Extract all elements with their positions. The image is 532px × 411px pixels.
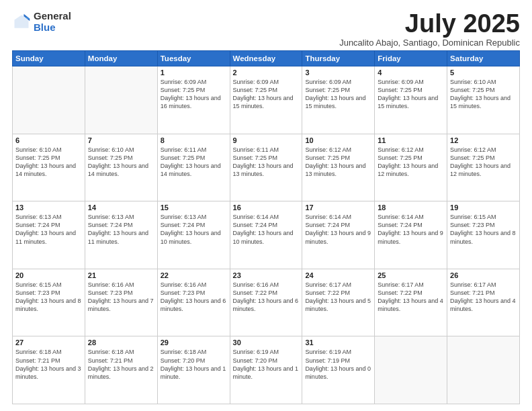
table-row: 3Sunrise: 6:09 AM Sunset: 7:25 PM Daylig… (302, 66, 375, 134)
day-number: 6 (15, 136, 82, 144)
day-number: 29 (161, 338, 227, 347)
day-info: Sunrise: 6:19 AM Sunset: 7:20 PM Dayligh… (233, 348, 300, 381)
day-info: Sunrise: 6:18 AM Sunset: 7:21 PM Dayligh… (88, 348, 154, 381)
day-number: 16 (233, 203, 300, 212)
logo-blue-text: Blue (34, 22, 71, 34)
table-row: 29Sunrise: 6:18 AM Sunset: 7:20 PM Dayli… (157, 336, 230, 404)
table-row: 26Sunrise: 6:17 AM Sunset: 7:21 PM Dayli… (447, 269, 520, 336)
day-info: Sunrise: 6:13 AM Sunset: 7:24 PM Dayligh… (15, 213, 82, 246)
day-number: 28 (88, 338, 154, 347)
title-section: July 2025 Juncalito Abajo, Santiago, Dom… (339, 11, 520, 48)
day-number: 22 (161, 271, 227, 279)
day-info: Sunrise: 6:17 AM Sunset: 7:22 PM Dayligh… (305, 281, 371, 314)
day-number: 31 (305, 338, 371, 347)
day-number: 10 (305, 136, 371, 144)
table-row: 30Sunrise: 6:19 AM Sunset: 7:20 PM Dayli… (230, 336, 302, 404)
day-number: 13 (15, 203, 82, 212)
day-info: Sunrise: 6:10 AM Sunset: 7:25 PM Dayligh… (450, 78, 517, 111)
table-row: 10Sunrise: 6:12 AM Sunset: 7:25 PM Dayli… (302, 134, 375, 201)
day-number: 2 (233, 68, 300, 77)
table-row: 17Sunrise: 6:14 AM Sunset: 7:24 PM Dayli… (302, 201, 375, 269)
day-info: Sunrise: 6:15 AM Sunset: 7:23 PM Dayligh… (15, 281, 82, 314)
col-saturday: Saturday (447, 51, 520, 66)
calendar-week-row: 13Sunrise: 6:13 AM Sunset: 7:24 PM Dayli… (13, 201, 520, 269)
day-number: 21 (88, 271, 154, 279)
day-number: 9 (233, 136, 300, 144)
logo-icon (12, 13, 31, 32)
day-number: 30 (233, 338, 300, 347)
location-subtitle: Juncalito Abajo, Santiago, Dominican Rep… (339, 38, 520, 48)
table-row: 14Sunrise: 6:13 AM Sunset: 7:24 PM Dayli… (85, 201, 157, 269)
day-info: Sunrise: 6:17 AM Sunset: 7:22 PM Dayligh… (378, 281, 444, 314)
day-number: 18 (378, 203, 444, 212)
day-info: Sunrise: 6:14 AM Sunset: 7:24 PM Dayligh… (305, 213, 371, 246)
table-row: 24Sunrise: 6:17 AM Sunset: 7:22 PM Dayli… (302, 269, 375, 336)
day-info: Sunrise: 6:12 AM Sunset: 7:25 PM Dayligh… (378, 146, 444, 179)
col-sunday: Sunday (13, 51, 85, 66)
day-number: 24 (305, 271, 371, 279)
calendar-week-row: 20Sunrise: 6:15 AM Sunset: 7:23 PM Dayli… (13, 269, 520, 336)
table-row: 5Sunrise: 6:10 AM Sunset: 7:25 PM Daylig… (447, 66, 520, 134)
table-row (85, 66, 157, 134)
header: General Blue July 2025 Juncalito Abajo, … (12, 11, 520, 48)
day-info: Sunrise: 6:09 AM Sunset: 7:25 PM Dayligh… (233, 78, 300, 111)
day-info: Sunrise: 6:18 AM Sunset: 7:21 PM Dayligh… (15, 348, 82, 381)
table-row: 4Sunrise: 6:09 AM Sunset: 7:25 PM Daylig… (375, 66, 447, 134)
day-info: Sunrise: 6:19 AM Sunset: 7:19 PM Dayligh… (305, 348, 371, 381)
table-row: 9Sunrise: 6:11 AM Sunset: 7:25 PM Daylig… (230, 134, 302, 201)
day-number: 26 (450, 271, 517, 279)
table-row: 12Sunrise: 6:12 AM Sunset: 7:25 PM Dayli… (447, 134, 520, 201)
table-row: 16Sunrise: 6:14 AM Sunset: 7:24 PM Dayli… (230, 201, 302, 269)
logo-text: General Blue (34, 11, 71, 33)
calendar-header-row: Sunday Monday Tuesday Wednesday Thursday… (13, 51, 520, 66)
day-number: 5 (450, 68, 517, 77)
day-number: 25 (378, 271, 444, 279)
table-row: 15Sunrise: 6:13 AM Sunset: 7:24 PM Dayli… (157, 201, 230, 269)
day-info: Sunrise: 6:12 AM Sunset: 7:25 PM Dayligh… (450, 146, 517, 179)
page: General Blue July 2025 Juncalito Abajo, … (0, 0, 532, 411)
day-info: Sunrise: 6:16 AM Sunset: 7:22 PM Dayligh… (233, 281, 300, 314)
col-tuesday: Tuesday (157, 51, 230, 66)
day-info: Sunrise: 6:16 AM Sunset: 7:23 PM Dayligh… (88, 281, 154, 314)
table-row: 1Sunrise: 6:09 AM Sunset: 7:25 PM Daylig… (157, 66, 230, 134)
table-row: 20Sunrise: 6:15 AM Sunset: 7:23 PM Dayli… (13, 269, 85, 336)
month-title: July 2025 (339, 11, 520, 36)
logo: General Blue (12, 11, 71, 33)
day-info: Sunrise: 6:15 AM Sunset: 7:23 PM Dayligh… (450, 213, 517, 246)
table-row: 31Sunrise: 6:19 AM Sunset: 7:19 PM Dayli… (302, 336, 375, 404)
table-row: 7Sunrise: 6:10 AM Sunset: 7:25 PM Daylig… (85, 134, 157, 201)
day-number: 19 (450, 203, 517, 212)
calendar-week-row: 1Sunrise: 6:09 AM Sunset: 7:25 PM Daylig… (13, 66, 520, 134)
day-number: 3 (305, 68, 371, 77)
table-row: 21Sunrise: 6:16 AM Sunset: 7:23 PM Dayli… (85, 269, 157, 336)
col-friday: Friday (375, 51, 447, 66)
table-row: 25Sunrise: 6:17 AM Sunset: 7:22 PM Dayli… (375, 269, 447, 336)
day-info: Sunrise: 6:11 AM Sunset: 7:25 PM Dayligh… (233, 146, 300, 179)
calendar-week-row: 27Sunrise: 6:18 AM Sunset: 7:21 PM Dayli… (13, 336, 520, 404)
day-number: 8 (161, 136, 227, 144)
day-info: Sunrise: 6:10 AM Sunset: 7:25 PM Dayligh… (88, 146, 154, 179)
day-number: 7 (88, 136, 154, 144)
col-thursday: Thursday (302, 51, 375, 66)
day-info: Sunrise: 6:09 AM Sunset: 7:25 PM Dayligh… (305, 78, 371, 111)
day-number: 23 (233, 271, 300, 279)
day-info: Sunrise: 6:13 AM Sunset: 7:24 PM Dayligh… (88, 213, 154, 246)
logo-general-text: General (34, 11, 71, 22)
table-row (375, 336, 447, 404)
table-row (13, 66, 85, 134)
day-number: 11 (378, 136, 444, 144)
day-info: Sunrise: 6:12 AM Sunset: 7:25 PM Dayligh… (305, 146, 371, 179)
day-number: 27 (15, 338, 82, 347)
table-row: 13Sunrise: 6:13 AM Sunset: 7:24 PM Dayli… (13, 201, 85, 269)
table-row: 19Sunrise: 6:15 AM Sunset: 7:23 PM Dayli… (447, 201, 520, 269)
day-number: 14 (88, 203, 154, 212)
day-info: Sunrise: 6:14 AM Sunset: 7:24 PM Dayligh… (233, 213, 300, 246)
day-number: 17 (305, 203, 371, 212)
day-info: Sunrise: 6:09 AM Sunset: 7:25 PM Dayligh… (378, 78, 444, 111)
table-row: 22Sunrise: 6:16 AM Sunset: 7:23 PM Dayli… (157, 269, 230, 336)
day-number: 12 (450, 136, 517, 144)
table-row: 2Sunrise: 6:09 AM Sunset: 7:25 PM Daylig… (230, 66, 302, 134)
day-info: Sunrise: 6:18 AM Sunset: 7:20 PM Dayligh… (161, 348, 227, 381)
day-info: Sunrise: 6:13 AM Sunset: 7:24 PM Dayligh… (161, 213, 227, 246)
day-info: Sunrise: 6:09 AM Sunset: 7:25 PM Dayligh… (161, 78, 227, 111)
